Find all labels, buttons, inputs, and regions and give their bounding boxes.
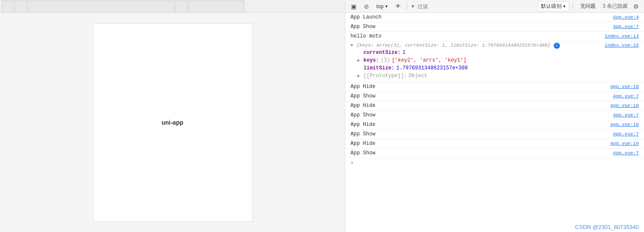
log-source-link[interactable]: index.vue:13 (605, 34, 639, 39)
prop-key-currentsize: currentSize: (363, 50, 401, 56)
log-row-app-hide-3: App Hide App.vue:10 (345, 120, 644, 130)
tab-3[interactable] (28, 0, 174, 13)
prop-limitsize: limitSize: 1.7976931348623157e+308 (357, 65, 639, 73)
keys-expand-icon[interactable]: ▶ (357, 58, 362, 63)
object-body: currentSize: 1 ▶ keys: (3) ['key2', 'arr… (350, 50, 639, 81)
hidden-count-label: 3 条已隐藏 (603, 3, 628, 10)
panel-toggle-button[interactable]: ▣ (349, 2, 358, 11)
prototype-expand-icon[interactable]: ▶ (357, 73, 362, 78)
info-badge: i (554, 43, 560, 49)
more-arrow[interactable]: › (345, 158, 644, 168)
log-row-app-hide-1: App Hide App.vue:10 (345, 82, 644, 92)
clear-console-button[interactable]: ⊘ (362, 2, 371, 11)
ban-icon: ⊘ (364, 3, 369, 10)
log-row-app-show-1: App Show App.vue:7 (345, 22, 644, 32)
log-text: App Show (350, 112, 610, 118)
tab-2[interactable] (15, 0, 27, 13)
log-text: App Show (350, 150, 610, 156)
log-row-app-show-5: App Show App.vue:7 (345, 149, 644, 158)
default-level-button[interactable]: 默认级别 ▼ (538, 1, 569, 11)
tab-5[interactable] (188, 0, 244, 13)
app-title-label: uni-app (161, 119, 183, 126)
no-issues-badge: 无问题 (577, 2, 599, 10)
log-source-link[interactable]: App.vue:7 (613, 113, 639, 118)
no-arrow-spacer (357, 50, 362, 56)
device-frame: uni-app (93, 23, 253, 222)
log-source-link[interactable]: App.vue:7 (613, 150, 639, 156)
log-row-app-hide-4: App Hide App.vue:10 (345, 139, 644, 149)
panel-icon: ▣ (351, 3, 357, 10)
object-summary-text: {keys: Array(3), currentSize: 1, limitSi… (357, 43, 550, 48)
log-text: App Launch (350, 14, 610, 20)
default-level-label: 默认级别 (541, 3, 562, 10)
log-source-link[interactable]: index.vue:16 (605, 43, 639, 48)
prop-keys: ▶ keys: (3) ['key2', 'arrs', 'key1'] (357, 57, 639, 65)
eye-button[interactable]: 👁 (394, 2, 403, 11)
simulator-area: uni-app (0, 13, 345, 232)
separator-1 (407, 3, 407, 10)
prop-val-prototype: Object (409, 73, 427, 79)
filter-icon: ▼ (410, 3, 416, 9)
log-row-hello-moto: hello moto index.vue:13 (345, 32, 644, 41)
log-row-object: ▼ {keys: Array(3), currentSize: 1, limit… (345, 41, 644, 82)
log-text: App Show (350, 131, 610, 137)
top-label: top (376, 3, 384, 9)
filter-input[interactable] (417, 3, 452, 9)
log-row-app-show-4: App Show App.vue:7 (345, 130, 644, 139)
prop-val-keys: ['key2', 'arrs', 'key1'] (392, 57, 467, 63)
log-source-link[interactable]: App.vue:7 (613, 132, 639, 137)
separator-2 (573, 3, 573, 10)
prop-val-currentsize: 1 (402, 50, 405, 56)
console-toolbar: ▣ ⊘ top ▼ 👁 ▼ 默认级别 ▼ 无问题 3 条已隐藏 ⚙ (345, 0, 644, 13)
prop-val-keys-count: (3) (381, 57, 390, 63)
log-source-link[interactable]: App.vue:4 (613, 15, 639, 20)
right-panel: ▣ ⊘ top ▼ 👁 ▼ 默认级别 ▼ 无问题 3 条已隐藏 ⚙ (345, 0, 644, 232)
log-text: App Show (350, 93, 610, 99)
filter-section: ▼ (410, 3, 452, 9)
log-text: hello moto (350, 33, 601, 39)
prop-current-size: currentSize: 1 (357, 50, 639, 57)
log-row-app-hide-2: App Hide App.vue:10 (345, 101, 644, 111)
object-header: ▼ {keys: Array(3), currentSize: 1, limit… (350, 43, 639, 49)
log-text: App Hide (350, 141, 607, 147)
log-source-link[interactable]: App.vue:10 (610, 122, 639, 127)
log-source-link[interactable]: App.vue:7 (613, 94, 639, 99)
prop-key-limitsize: limitSize: (363, 65, 395, 71)
log-source-link[interactable]: App.vue:7 (613, 24, 639, 29)
eye-icon: 👁 (395, 3, 401, 9)
top-bar (0, 0, 345, 13)
prop-key-keys: keys: (363, 57, 379, 63)
tab-1[interactable] (2, 0, 14, 13)
gear-icon: ⚙ (633, 3, 639, 10)
log-source-link[interactable]: App.vue:10 (610, 103, 639, 108)
console-log-area: App Launch App.vue:4 App Show App.vue:7 … (345, 13, 644, 222)
log-source-link[interactable]: App.vue:10 (610, 141, 639, 146)
no-arrow-spacer2 (357, 65, 362, 71)
left-panel: uni-app (0, 0, 345, 232)
log-text: App Hide (350, 103, 607, 109)
collapse-arrow-icon[interactable]: ▼ (350, 43, 355, 48)
default-level-chevron-icon: ▼ (562, 4, 566, 9)
prop-val-limitsize: 1.7976931348623157e+308 (396, 65, 468, 71)
log-row-app-show-3: App Show App.vue:7 (345, 111, 644, 120)
log-text: App Hide (350, 84, 607, 90)
top-chevron-icon: ▼ (385, 4, 388, 9)
log-text: App Show (350, 24, 610, 30)
watermark: CSDN @2301_80735340 (345, 222, 644, 232)
top-dropdown[interactable]: top ▼ (375, 3, 390, 10)
log-row-app-show-2: App Show App.vue:7 (345, 92, 644, 101)
prop-key-prototype: [[Prototype]]: (363, 73, 407, 79)
log-source-link[interactable]: App.vue:10 (610, 84, 639, 89)
tab-4[interactable] (175, 0, 187, 13)
prop-prototype: ▶ [[Prototype]]: Object (357, 73, 639, 81)
log-text: App Hide (350, 122, 607, 128)
settings-button[interactable]: ⚙ (631, 2, 641, 11)
log-row-app-launch: App Launch App.vue:4 (345, 13, 644, 22)
